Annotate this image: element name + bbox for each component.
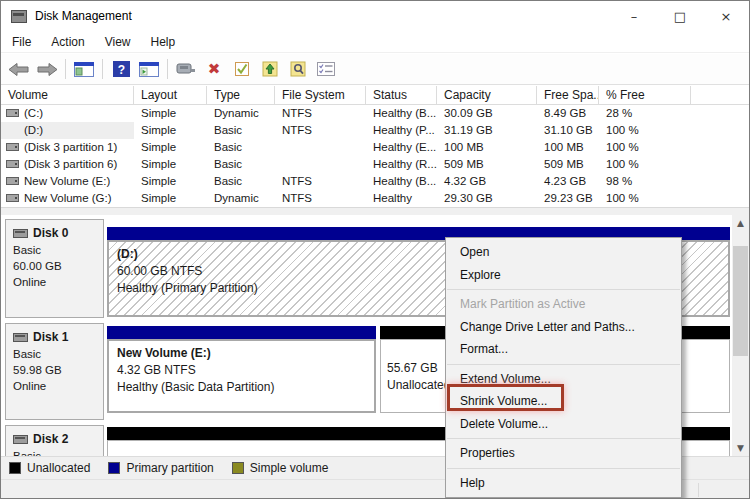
menu-separator (447, 438, 680, 439)
table-row-selected[interactable]: (D:) Simple Basic NTFS Healthy (P... 31.… (1, 122, 749, 139)
menu-item-properties[interactable]: Properties (446, 442, 681, 465)
disk0-size: 60.00 GB (13, 260, 103, 272)
disk2-name: Disk 2 (33, 432, 68, 446)
primary-partition-color-swatch (108, 462, 120, 474)
menu-item-mark-partition-active: Mark Partition as Active (446, 293, 681, 316)
menu-file[interactable]: File (1, 31, 41, 53)
window-title: Disk Management (35, 9, 132, 23)
menu-item-help[interactable]: Help (446, 472, 681, 495)
help-icon[interactable]: ? (108, 56, 134, 82)
disk0-name: Disk 0 (33, 226, 68, 240)
table-row[interactable]: (Disk 3 partition 6) Simple Basic Health… (1, 156, 749, 173)
menu-item-open[interactable]: Open (446, 241, 681, 264)
disk1-label-panel[interactable]: Disk 1 Basic 59.98 GB Online (5, 323, 104, 420)
column-header-layout[interactable]: Layout (134, 86, 207, 105)
menu-separator (447, 289, 680, 290)
check-document-icon[interactable] (229, 56, 255, 82)
menu-action[interactable]: Action (41, 31, 94, 53)
partition-health: Healthy (Basic Data Partition) (117, 379, 374, 396)
scrollbar-thumb[interactable] (733, 246, 748, 356)
menu-item-explore[interactable]: Explore (446, 264, 681, 287)
show-action-pane-icon[interactable] (136, 56, 162, 82)
folder-up-icon[interactable] (257, 56, 283, 82)
column-header-volume[interactable]: Volume (1, 86, 134, 105)
disk0-kind: Basic (13, 244, 103, 256)
table-row[interactable]: (C:) Simple Dynamic NTFS Healthy (B... 3… (1, 105, 749, 122)
table-row[interactable]: (Disk 3 partition 1) Simple Basic Health… (1, 139, 749, 156)
toolbar-separator (167, 59, 168, 79)
export-list-icon[interactable] (173, 56, 199, 82)
minimize-button[interactable]: – (611, 1, 657, 31)
legend-simple-volume: Simple volume (232, 461, 329, 475)
partition-label: New Volume (E:) (117, 345, 374, 362)
disk1-status: Online (13, 380, 103, 392)
primary-partition-band (107, 326, 376, 339)
title-bar: Disk Management – □ × (1, 1, 749, 31)
delete-icon[interactable]: ✖ (201, 56, 227, 82)
menu-separator (447, 468, 680, 469)
column-header-status[interactable]: Status (366, 86, 437, 105)
unallocated-color-swatch (9, 462, 21, 474)
back-icon[interactable] (6, 56, 32, 82)
legend-unallocated: Unallocated (9, 461, 90, 475)
context-menu: Open Explore Mark Partition as Active Ch… (445, 237, 682, 498)
scroll-up-icon[interactable]: ▲ (732, 215, 749, 231)
simple-volume-color-swatch (232, 462, 244, 474)
forward-icon[interactable] (34, 56, 60, 82)
menu-item-change-drive-letter[interactable]: Change Drive Letter and Paths... (446, 316, 681, 339)
pane-splitter[interactable] (1, 207, 749, 215)
menu-view[interactable]: View (95, 31, 141, 53)
scroll-down-icon[interactable]: ▼ (732, 440, 749, 456)
table-row[interactable]: New Volume (G:) Simple Dynamic NTFS Heal… (1, 190, 749, 207)
disk2-label-panel[interactable]: Disk 2 Basic (5, 425, 104, 456)
volume-table: (C:) Simple Dynamic NTFS Healthy (B... 3… (1, 105, 749, 207)
disk-management-window: Disk Management – □ × File Action View H… (0, 0, 750, 499)
folder-search-icon[interactable] (285, 56, 311, 82)
legend-primary-partition: Primary partition (108, 461, 213, 475)
svg-text:?: ? (117, 63, 124, 77)
menu-bar: File Action View Help (1, 31, 749, 53)
menu-separator (447, 364, 680, 365)
disk-icon (13, 229, 28, 238)
close-button[interactable]: × (703, 1, 749, 31)
maximize-button[interactable]: □ (657, 1, 703, 31)
disk-icon (13, 333, 28, 342)
vertical-scrollbar[interactable]: ▲ ▼ (732, 215, 749, 456)
toolbar-separator (65, 59, 66, 79)
disk0-label-panel[interactable]: Disk 0 Basic 60.00 GB Online (5, 219, 104, 318)
menu-help[interactable]: Help (141, 31, 186, 53)
table-row[interactable]: New Volume (E:) Simple Basic NTFS Health… (1, 173, 749, 190)
column-header-capacity[interactable]: Capacity (437, 86, 537, 105)
toolbar: ? ✖ (1, 54, 749, 85)
disk1-kind: Basic (13, 348, 103, 360)
column-header-blank (691, 86, 750, 105)
disk-management-app-icon (11, 10, 27, 23)
properties-icon[interactable] (313, 56, 339, 82)
disk-icon (13, 435, 28, 444)
column-header-freespace[interactable]: Free Spa... (537, 86, 599, 105)
column-header-pctfree[interactable]: % Free (599, 86, 691, 105)
volume-table-header: Volume Layout Type File System Status Ca… (1, 86, 749, 105)
disk1-partition-e[interactable]: New Volume (E:) 4.32 GB NTFS Healthy (Ba… (107, 326, 376, 413)
column-header-filesystem[interactable]: File System (275, 86, 366, 105)
column-header-type[interactable]: Type (207, 86, 275, 105)
menu-item-format[interactable]: Format... (446, 338, 681, 361)
disk0-status: Online (13, 276, 103, 288)
annotation-highlight-box (447, 384, 564, 411)
menu-item-delete-volume[interactable]: Delete Volume... (446, 413, 681, 436)
partition-size: 4.32 GB NTFS (117, 362, 374, 379)
toolbar-separator (102, 59, 103, 79)
disk1-name: Disk 1 (33, 330, 68, 344)
show-console-tree-icon[interactable] (71, 56, 97, 82)
disk1-size: 59.98 GB (13, 364, 103, 376)
